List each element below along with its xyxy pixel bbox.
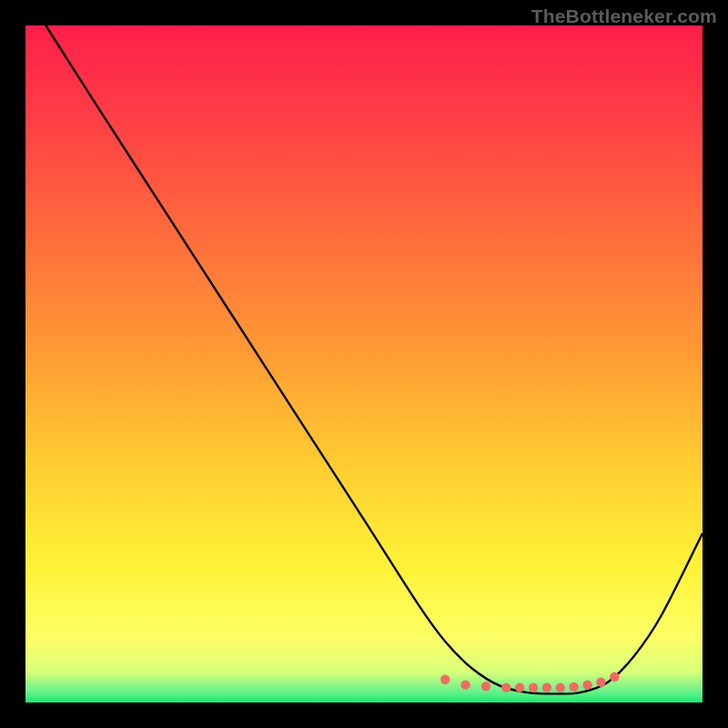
- marker-dot: [515, 682, 524, 692]
- marker-dot: [529, 682, 538, 692]
- marker-dot: [610, 672, 619, 682]
- watermark-text: TheBottleneker.com: [531, 5, 717, 27]
- marker-dot: [596, 677, 605, 686]
- marker-dot: [569, 682, 578, 692]
- marker-dot: [460, 680, 470, 689]
- chart-svg: [25, 25, 703, 703]
- marker-dot: [501, 682, 511, 692]
- marker-dot: [440, 675, 450, 684]
- marker-dot: [556, 682, 565, 692]
- marker-dot: [542, 682, 551, 692]
- marker-dot: [481, 682, 490, 691]
- chart-background-gradient: [25, 25, 703, 703]
- marker-dot: [582, 680, 592, 689]
- chart-plot-area: [25, 25, 703, 703]
